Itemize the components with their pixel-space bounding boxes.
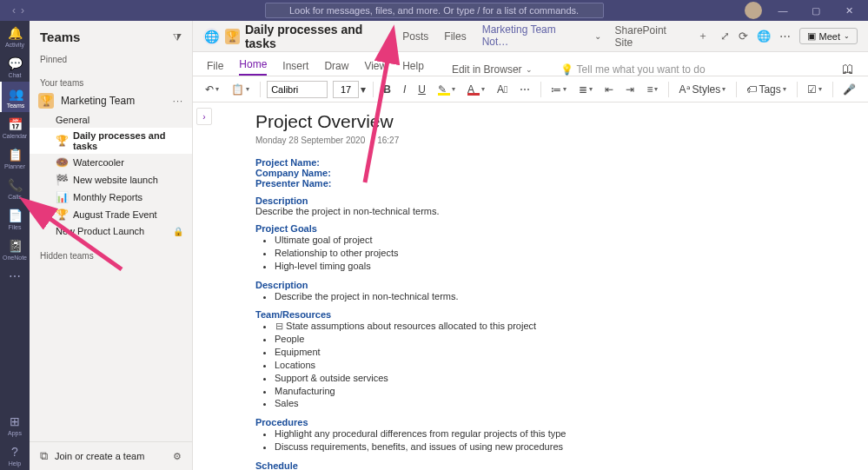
font-color-button[interactable]: A▾: [464, 82, 488, 97]
tab-posts[interactable]: Posts: [401, 30, 430, 43]
undo-button[interactable]: ↶▾: [202, 82, 222, 97]
nav-forward-icon[interactable]: ›: [21, 4, 24, 17]
window-maximize-icon[interactable]: ▢: [804, 5, 828, 17]
list-item: Locations: [275, 359, 868, 372]
rail-teams[interactable]: 👥Teams: [0, 82, 30, 112]
join-team-label[interactable]: Join or create a team: [55, 451, 144, 461]
page-body[interactable]: Project Overview Monday 28 September 202…: [193, 103, 868, 470]
channel-trade[interactable]: 🏆August Trade Event: [30, 206, 192, 223]
goals-header: Project Goals: [255, 223, 868, 234]
channel-daily[interactable]: 🏆Daily processes and tasks: [30, 128, 192, 154]
immersive-reader-icon[interactable]: 🕮: [842, 62, 854, 76]
project-name-label: Project Name:: [255, 157, 868, 168]
list-item: ⊟ State assumptions about resources allo…: [275, 320, 868, 333]
ribbon-insert[interactable]: Insert: [282, 60, 308, 76]
bell-icon: 🔔: [8, 26, 22, 40]
rail-more[interactable]: ⋯: [0, 264, 30, 287]
rail-planner[interactable]: 📋Planner: [0, 142, 30, 173]
list-item: Sales: [275, 397, 868, 410]
tags-button[interactable]: 🏷 Tags▾: [743, 82, 789, 97]
nav-back-icon[interactable]: ‹: [12, 4, 16, 17]
lock-icon: 🔒: [173, 227, 183, 236]
add-tab-icon[interactable]: ＋: [698, 29, 708, 43]
files-icon: 📄: [8, 209, 22, 222]
styles-button[interactable]: Aᵃ Styles▾: [676, 82, 730, 97]
global-search[interactable]: Look for messages, files, and more. Or t…: [265, 3, 604, 18]
clipboard-button[interactable]: 📋▾: [228, 82, 253, 97]
font-size-input[interactable]: [333, 81, 359, 98]
calls-icon: 📞: [8, 178, 22, 192]
bullets-button[interactable]: ≔▾: [547, 82, 570, 97]
chart-icon: 📊: [56, 191, 68, 203]
bold-button[interactable]: B: [380, 82, 394, 97]
rail-activity[interactable]: 🔔Activity: [0, 21, 30, 51]
filter-icon[interactable]: ⧩: [173, 31, 182, 43]
team-header: Team/Resources: [255, 309, 868, 320]
rail-chat[interactable]: 💬Chat: [0, 51, 30, 82]
rail-onenote[interactable]: 📓OneNote: [0, 234, 30, 264]
planner-icon: 📋: [8, 148, 22, 162]
font-name-input[interactable]: [267, 81, 328, 98]
list-item: Discuss requirements, benefits, and issu…: [275, 440, 868, 453]
rail-files[interactable]: 📄Files: [0, 203, 30, 234]
channel-tabstrip: 🌐 🏆 Daily processes and tasks Posts File…: [193, 21, 868, 52]
rail-apps[interactable]: ⊞Apps: [0, 409, 30, 440]
clear-format-button[interactable]: A⃠: [494, 82, 511, 97]
ribbon-view[interactable]: View: [364, 60, 387, 76]
app-rail: 🔔Activity 💬Chat 👥Teams 📅Calendar 📋Planne…: [0, 21, 30, 470]
window-minimize-icon[interactable]: —: [771, 5, 795, 16]
tell-me-search[interactable]: 💡Tell me what you want to do: [560, 63, 706, 76]
more-tab-icon[interactable]: ⋯: [779, 30, 791, 43]
indent-button[interactable]: ⇥: [622, 82, 638, 97]
channel-reports[interactable]: 📊Monthly Reports: [30, 189, 192, 206]
tab-sharepoint[interactable]: SharePoint Site: [613, 24, 686, 49]
channel-watercooler[interactable]: 🍩Watercooler: [30, 154, 192, 171]
list-item: Highlight any procedural differences fro…: [275, 427, 868, 440]
list-item: Support & outside services: [275, 372, 868, 385]
ribbon-help[interactable]: Help: [402, 60, 424, 76]
channel-general[interactable]: General: [30, 112, 192, 128]
italic-button[interactable]: I: [400, 82, 409, 97]
rail-calls[interactable]: 📞Calls: [0, 173, 30, 203]
tab-files[interactable]: Files: [442, 30, 467, 43]
onenote-icon: 📓: [8, 239, 22, 253]
rail-help[interactable]: ?Help: [0, 440, 30, 470]
globe-icon[interactable]: 🌐: [757, 30, 771, 43]
edit-in-browser[interactable]: Edit in Browser⌄: [452, 63, 533, 76]
schedule-header: Schedule: [255, 460, 868, 470]
presenter-name-label: Presenter Name:: [255, 178, 868, 189]
gear-icon[interactable]: ⚙: [173, 451, 182, 462]
join-team-icon[interactable]: ⧉: [40, 449, 48, 463]
teams-icon: 👥: [9, 87, 23, 101]
ribbon-home[interactable]: Home: [239, 58, 267, 76]
channel-website[interactable]: 🏁New website launch: [30, 171, 192, 189]
meet-button[interactable]: ▣Meet⌄: [799, 28, 858, 44]
description2-header: Description: [255, 280, 868, 290]
channel-product[interactable]: New Product Launch🔒: [30, 223, 192, 239]
underline-button[interactable]: U: [414, 82, 429, 97]
outdent-button[interactable]: ⇤: [601, 82, 617, 97]
avatar[interactable]: [745, 2, 762, 19]
nav-expand-handle[interactable]: ›: [196, 108, 212, 125]
align-button[interactable]: ≡▾: [643, 82, 661, 97]
refresh-icon[interactable]: ⟳: [739, 30, 748, 43]
todo-button[interactable]: ☑▾: [804, 82, 825, 97]
team-more-icon[interactable]: ···: [173, 96, 183, 106]
rail-calendar[interactable]: 📅Calendar: [0, 112, 30, 142]
highlight-button[interactable]: ✎▾: [434, 82, 459, 97]
ribbon-toolbar: ↶▾ 📋▾ ▾ B I U ✎▾ A▾ A⃠ ⋯ ≔▾ ≣▾ ⇤ ⇥ ≡▾: [193, 76, 868, 103]
dictate-button[interactable]: 🎤: [839, 82, 859, 97]
more-font-button[interactable]: ⋯: [516, 82, 533, 97]
list-item: High-level timing goals: [275, 260, 868, 273]
window-close-icon[interactable]: ✕: [837, 5, 861, 17]
tab-chevron-icon[interactable]: ⌄: [594, 31, 601, 41]
team-row[interactable]: 🏆 Marketing Team ···: [30, 89, 192, 112]
team-badge-small-icon: 🌐: [203, 28, 220, 45]
ribbon-draw[interactable]: Draw: [324, 60, 348, 76]
donut-icon: 🍩: [56, 156, 68, 169]
expand-icon[interactable]: ⤢: [720, 30, 730, 43]
collapse-icon[interactable]: ⊟: [275, 320, 283, 333]
numbering-button[interactable]: ≣▾: [575, 82, 596, 97]
page-meta: Monday 28 September 202016:27: [255, 136, 868, 145]
ribbon-file[interactable]: File: [207, 60, 223, 76]
